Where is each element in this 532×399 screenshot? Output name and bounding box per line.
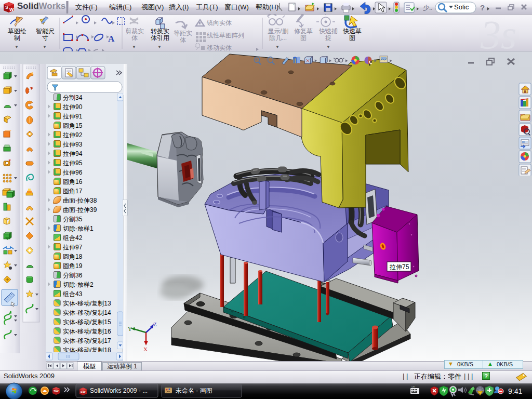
svg-text:CH: CH: [411, 385, 415, 388]
svg-text:SolidWorks 2009 - ...: SolidWorks 2009 - ...: [90, 387, 148, 394]
svg-text:少..: 少..: [423, 4, 433, 11]
svg-text:A: A: [108, 34, 115, 44]
svg-text:Z: Z: [153, 321, 157, 327]
svg-text:SW: SW: [54, 390, 59, 393]
svg-text:拉伸75: 拉伸75: [389, 263, 409, 271]
svg-text:Y: Y: [128, 326, 132, 332]
svg-text:未命名 - 画图: 未命名 - 画图: [176, 387, 212, 394]
svg-text:SW: SW: [81, 390, 86, 393]
svg-text:S: S: [5, 5, 8, 10]
svg-text:X: X: [143, 346, 148, 352]
svg-text:?: ?: [480, 3, 485, 12]
svg-text:9:41: 9:41: [508, 387, 522, 395]
svg-text:Solic: Solic: [454, 3, 469, 11]
svg-text:W: W: [9, 7, 14, 12]
